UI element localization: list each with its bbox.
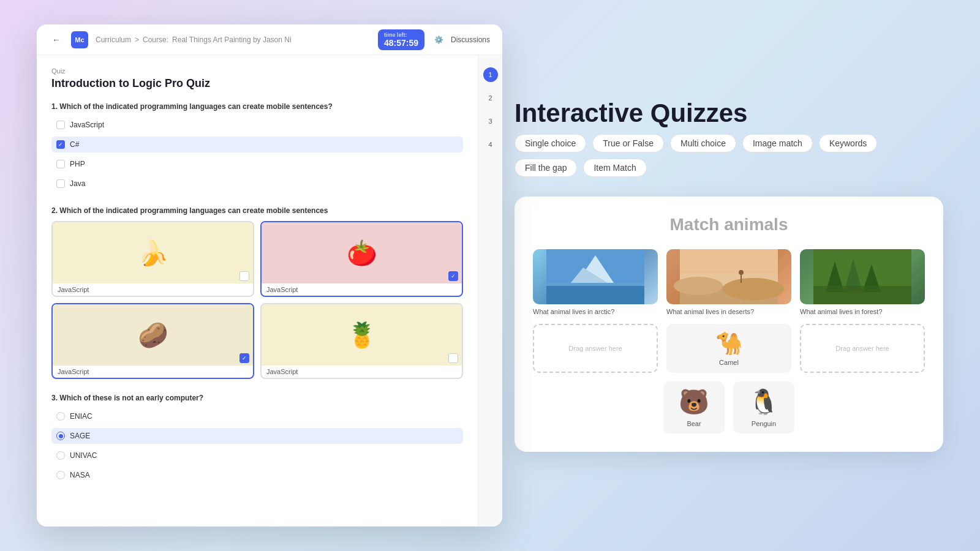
question-1: 1. Which of the indicated programming la… bbox=[51, 102, 463, 192]
checkbox-php[interactable] bbox=[56, 160, 65, 168]
image-label: JavaScript bbox=[262, 365, 462, 378]
checkbox-csharp[interactable] bbox=[56, 140, 65, 149]
timer-badge: time left: 48:57:59 bbox=[378, 29, 424, 50]
radio-nasa[interactable] bbox=[56, 471, 65, 479]
drop-zone-forest[interactable]: Drag answer here bbox=[800, 324, 925, 373]
course-title: Real Things Art Painting by Jason Ni bbox=[172, 36, 292, 44]
quiz-main: Quiz Introduction to Logic Pro Quiz 1. W… bbox=[37, 55, 478, 527]
sidebar-num-2[interactable]: 2 bbox=[483, 91, 498, 105]
timer-value: 48:57:59 bbox=[384, 38, 418, 48]
option-label: PHP bbox=[70, 160, 85, 168]
tag-keywords[interactable]: Keywords bbox=[819, 134, 877, 152]
tag-single-choice[interactable]: Single choice bbox=[514, 134, 586, 152]
back-button[interactable]: ← bbox=[49, 32, 64, 47]
question-3: 3. Which of these is not an early comput… bbox=[51, 394, 463, 483]
question-2: 2. Which of the indicated programming la… bbox=[51, 206, 463, 379]
image-checkbox-tomato[interactable] bbox=[448, 271, 458, 281]
image-option-potato[interactable]: 🥔 JavaScript bbox=[51, 303, 254, 379]
question-3-text: 3. Which of these is not an early comput… bbox=[51, 394, 463, 402]
header-icons: ⚙️ Discussions bbox=[434, 36, 490, 44]
svg-rect-18 bbox=[813, 286, 911, 304]
image-label: JavaScript bbox=[53, 283, 253, 296]
drop-zone-desert[interactable]: 🐪 Camel bbox=[666, 324, 791, 373]
quiz-content: Quiz Introduction to Logic Pro Quiz 1. W… bbox=[37, 55, 502, 527]
image-checkbox-pineapple[interactable] bbox=[448, 353, 458, 363]
svg-rect-4 bbox=[546, 283, 644, 286]
tag-image-match[interactable]: Image match bbox=[742, 134, 813, 152]
image-checkbox-banana[interactable] bbox=[239, 271, 249, 281]
drop-zone-arctic[interactable]: Drag answer here bbox=[533, 324, 658, 373]
image-grid: 🍌 JavaScript 🍅 JavaScript 🥔 JavaScript bbox=[51, 221, 463, 379]
option-label: C# bbox=[70, 140, 79, 149]
course-label: Course: bbox=[143, 36, 168, 44]
match-title: Match animals bbox=[533, 215, 925, 234]
penguin-label: Penguin bbox=[752, 420, 776, 427]
banana-image: 🍌 bbox=[53, 222, 253, 283]
svg-point-7 bbox=[674, 277, 723, 295]
match-drop-grid: Drag answer here 🐪 Camel Drag answer her… bbox=[533, 324, 925, 373]
bear-emoji: 🐻 bbox=[679, 388, 709, 416]
arctic-image bbox=[533, 249, 658, 304]
arctic-question: What animal lives in arctic? bbox=[533, 308, 658, 315]
feature-tags: Single choice True or False Multi choice… bbox=[514, 134, 943, 177]
answer-row: 🐻 Bear 🐧 Penguin bbox=[533, 381, 925, 433]
option-label: SAGE bbox=[70, 432, 90, 440]
match-image-grid: What animal lives in arctic? bbox=[533, 249, 925, 315]
discussions-link[interactable]: Discussions bbox=[451, 36, 490, 44]
image-checkbox-potato[interactable] bbox=[239, 353, 249, 363]
quiz-panel: ← Mc Curriculum > Course: Real Things Ar… bbox=[37, 24, 502, 527]
answer-penguin[interactable]: 🐧 Penguin bbox=[733, 381, 794, 433]
option-php[interactable]: PHP bbox=[51, 156, 463, 172]
svg-rect-9 bbox=[680, 249, 778, 274]
timer-label: time left: bbox=[384, 32, 418, 38]
option-javascript[interactable]: JavaScript bbox=[51, 117, 463, 133]
option-eniac[interactable]: ENIAC bbox=[51, 408, 463, 424]
settings-icon[interactable]: ⚙️ bbox=[434, 36, 443, 44]
tag-fill-gap[interactable]: Fill the gap bbox=[514, 159, 577, 177]
answer-bear[interactable]: 🐻 Bear bbox=[663, 381, 725, 433]
radio-univac[interactable] bbox=[56, 451, 65, 460]
match-item-desert: What animal lives in deserts? bbox=[666, 249, 791, 315]
option-csharp[interactable]: C# bbox=[51, 137, 463, 152]
potato-image: 🥔 bbox=[53, 304, 253, 365]
forest-question: What animal lives in forest? bbox=[800, 308, 925, 315]
tag-item-match[interactable]: Item Match bbox=[583, 159, 646, 177]
image-option-banana[interactable]: 🍌 JavaScript bbox=[51, 221, 254, 297]
match-panel: Match animals What animal lives in arcti… bbox=[514, 197, 943, 452]
option-univac[interactable]: UNIVAC bbox=[51, 448, 463, 463]
tag-true-false[interactable]: True or False bbox=[592, 134, 664, 152]
app-logo: Mc bbox=[71, 31, 88, 48]
nav-curriculum[interactable]: Curriculum bbox=[96, 36, 131, 44]
option-sage[interactable]: SAGE bbox=[51, 428, 463, 444]
option-label: UNIVAC bbox=[70, 451, 97, 460]
svg-point-11 bbox=[739, 270, 744, 275]
option-java[interactable]: Java bbox=[51, 176, 463, 192]
sidebar-num-3[interactable]: 3 bbox=[483, 114, 498, 129]
match-item-arctic: What animal lives in arctic? bbox=[533, 249, 658, 315]
radio-eniac[interactable] bbox=[56, 412, 65, 421]
image-option-tomato[interactable]: 🍅 JavaScript bbox=[260, 221, 463, 297]
quiz-label: Quiz bbox=[51, 67, 463, 75]
quiz-title: Introduction to Logic Pro Quiz bbox=[51, 77, 463, 90]
option-label: NASA bbox=[70, 471, 90, 479]
tag-multi-choice[interactable]: Multi choice bbox=[670, 134, 736, 152]
option-nasa[interactable]: NASA bbox=[51, 467, 463, 483]
checkbox-javascript[interactable] bbox=[56, 121, 65, 129]
tomato-image: 🍅 bbox=[262, 222, 462, 283]
breadcrumb: Curriculum > Course: Real Things Art Pai… bbox=[96, 36, 292, 44]
checkbox-java[interactable] bbox=[56, 179, 65, 188]
question-1-text: 1. Which of the indicated programming la… bbox=[51, 102, 463, 111]
penguin-emoji: 🐧 bbox=[748, 388, 779, 416]
match-item-forest: What animal lives in forest? bbox=[800, 249, 925, 315]
feature-heading: Interactive Quizzes Single choice True o… bbox=[514, 99, 943, 181]
option-label: ENIAC bbox=[70, 412, 92, 421]
sidebar-num-1[interactable]: 1 bbox=[483, 67, 498, 82]
main-title: Interactive Quizzes bbox=[514, 99, 943, 127]
desert-image bbox=[666, 249, 791, 304]
forest-image bbox=[800, 249, 925, 304]
image-option-pineapple[interactable]: 🍍 JavaScript bbox=[260, 303, 463, 379]
svg-point-8 bbox=[723, 278, 784, 300]
sidebar-num-4[interactable]: 4 bbox=[483, 137, 498, 152]
image-label: JavaScript bbox=[262, 283, 462, 296]
radio-sage[interactable] bbox=[56, 432, 65, 440]
